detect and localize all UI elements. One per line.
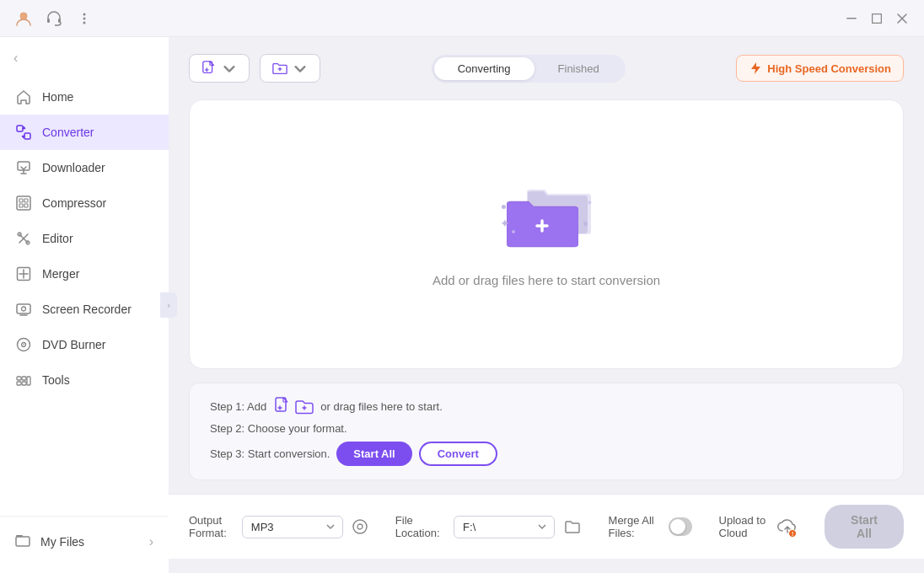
lightning-icon [749, 62, 762, 75]
convert-button[interactable]: Convert [419, 442, 497, 466]
svg-rect-21 [17, 304, 30, 313]
file-location-select[interactable]: F:\ C:\ D:\ [454, 516, 555, 538]
maximize-button[interactable] [865, 7, 889, 30]
headset-icon[interactable] [40, 5, 67, 32]
step1-icons [273, 397, 314, 415]
svg-rect-14 [19, 199, 23, 202]
toolbar: Converting Finished High Speed Conversio… [189, 54, 904, 83]
file-location-label: File Location: [395, 514, 445, 539]
svg-point-22 [22, 307, 26, 311]
upload-cloud-badge: ! [788, 529, 797, 538]
app-body: ‹ Home Converter [0, 37, 924, 573]
sidebar-item-converter-label: Converter [42, 126, 94, 139]
svg-rect-2 [47, 19, 50, 23]
step3-row: Step 3: Start conversion. Start All Conv… [210, 442, 883, 466]
merger-icon [15, 265, 32, 282]
svg-rect-17 [24, 204, 28, 207]
editor-icon [15, 230, 32, 247]
add-file-button[interactable] [189, 54, 250, 83]
sidebar-item-downloader-label: Downloader [42, 161, 105, 174]
sidebar-item-dvd-burner[interactable]: DVD Burner [0, 327, 169, 362]
converter-icon [15, 124, 32, 141]
merge-all-label: Merge All Files: [609, 514, 660, 539]
tab-converting[interactable]: Converting [434, 57, 535, 80]
svg-point-7 [83, 21, 86, 24]
svg-point-35 [353, 520, 367, 533]
sidebar-item-compressor-label: Compressor [42, 196, 106, 210]
step3-prefix: Step 3: Start conversion. [210, 447, 330, 460]
file-location-field: File Location: F:\ C:\ D:\ [395, 514, 582, 539]
high-speed-button[interactable]: High Speed Conversion [736, 55, 904, 82]
svg-rect-16 [19, 204, 23, 207]
sidebar-collapse-handle[interactable]: › [160, 292, 177, 318]
sidebar-item-editor-label: Editor [42, 232, 73, 245]
start-all-button[interactable]: Start All [336, 442, 411, 466]
home-icon [15, 88, 32, 105]
high-speed-label: High Speed Conversion [767, 62, 891, 75]
step1-prefix: Step 1: Add [210, 400, 266, 413]
svg-rect-11 [24, 133, 30, 139]
sidebar-item-compressor[interactable]: Compressor [0, 185, 169, 221]
minimize-button[interactable] [840, 7, 863, 30]
compressor-icon [15, 195, 32, 212]
sidebar-item-my-files[interactable]: My Files › [0, 523, 169, 560]
sidebar-item-screen-recorder-label: Screen Recorder [42, 303, 132, 316]
merge-toggle[interactable] [669, 517, 692, 536]
titlebar [0, 0, 924, 37]
sidebar: ‹ Home Converter [0, 37, 169, 573]
steps-container: Step 1: Add or drag files here to start. [189, 383, 904, 480]
menu-icon[interactable] [71, 5, 98, 32]
svg-rect-13 [17, 196, 30, 210]
output-format-settings-icon[interactable] [352, 515, 368, 538]
account-icon[interactable] [10, 5, 37, 32]
sidebar-item-dvd-burner-label: DVD Burner [42, 338, 105, 351]
sidebar-item-merger[interactable]: Merger [0, 256, 169, 292]
step1-suffix: or drag files here to start. [320, 400, 443, 413]
sidebar-item-home[interactable]: Home [0, 79, 169, 115]
sidebar-collapse-btn[interactable]: ‹ [0, 44, 169, 79]
sidebar-item-home-label: Home [42, 90, 73, 104]
dvd-burner-icon [15, 336, 32, 353]
my-files-arrow: › [149, 534, 153, 549]
bottom-bar: Output Format: MP3 MP4 WAV AAC File Loca… [169, 494, 924, 559]
sidebar-item-screen-recorder[interactable]: Screen Recorder [0, 292, 169, 327]
sidebar-item-downloader[interactable]: Downloader [0, 150, 169, 185]
add-file-icon-inline [273, 397, 292, 415]
sidebar-item-tools[interactable]: Tools [0, 362, 169, 398]
my-files-label: My Files [40, 535, 84, 549]
svg-point-5 [83, 13, 86, 15]
svg-rect-34 [276, 398, 286, 411]
add-folder-icon-inline [295, 397, 314, 415]
svg-rect-26 [17, 377, 21, 380]
sidebar-item-merger-label: Merger [42, 267, 79, 281]
upload-cloud-icon[interactable]: ! [777, 515, 798, 538]
dropdown-arrow-icon [222, 61, 237, 76]
step1-row: Step 1: Add or drag files here to start. [210, 397, 883, 415]
upload-cloud-field: Upload to Cloud ! [719, 514, 798, 539]
merge-all-field: Merge All Files: [609, 514, 692, 539]
output-format-field: Output Format: MP3 MP4 WAV AAC [189, 514, 368, 539]
svg-point-36 [357, 524, 363, 529]
upload-cloud-label: Upload to Cloud [719, 514, 770, 539]
sidebar-item-converter[interactable]: Converter [0, 115, 169, 150]
titlebar-icons [10, 5, 98, 32]
add-folder-button[interactable] [260, 54, 320, 83]
svg-point-4 [55, 24, 56, 26]
dropzone[interactable]: ✦ ✦ Add or drag files here to start conv… [189, 99, 904, 369]
svg-rect-30 [27, 377, 30, 385]
tab-finished[interactable]: Finished [535, 57, 623, 80]
main-content: Converting Finished High Speed Conversio… [169, 37, 924, 573]
svg-rect-29 [22, 382, 26, 385]
output-format-select[interactable]: MP3 MP4 WAV AAC [242, 516, 343, 538]
output-format-label: Output Format: [189, 514, 234, 539]
sidebar-bottom: My Files › [0, 516, 169, 566]
start-all-main-button[interactable]: Start All [825, 505, 904, 549]
dropzone-illustration: ✦ ✦ [500, 181, 593, 261]
sidebar-item-editor[interactable]: Editor [0, 221, 169, 256]
svg-rect-32 [16, 537, 30, 546]
screen-recorder-icon [15, 301, 32, 318]
dropzone-text: Add or drag files here to start conversi… [432, 273, 660, 287]
downloader-icon [15, 159, 32, 176]
close-button[interactable] [890, 7, 914, 30]
file-location-browse-icon[interactable] [563, 515, 581, 538]
